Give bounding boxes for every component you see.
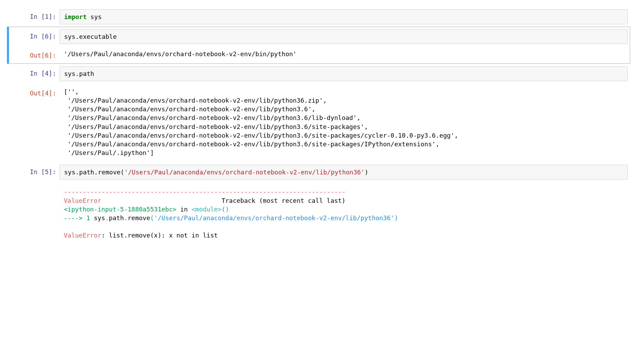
traceback-rule: ----------------------------------------… (64, 188, 346, 195)
traceback-dot: . (105, 214, 109, 222)
traceback-dot: . (124, 214, 128, 222)
in-prompt: In [6]: (11, 29, 60, 44)
traceback-module: <module> (191, 206, 221, 213)
traceback-src: path (109, 214, 124, 222)
code-text: ) (365, 168, 368, 176)
traceback-arrow: ----> 1 (64, 214, 94, 222)
exception-name: ValueError (64, 232, 101, 239)
in-prompt: In [1]: (11, 9, 60, 24)
traceback-paren: ( (150, 214, 154, 222)
code-text: sys (87, 13, 102, 20)
notebook: In [1]: import sys In [6]: sys.executabl… (0, 0, 644, 259)
code-text: sys.path.remove( (64, 168, 124, 176)
output-row: Out[6]: '/Users/Paul/anaconda/envs/orcha… (7, 46, 630, 63)
traceback-mid: in (176, 206, 191, 213)
traceback-src: sys (94, 214, 105, 222)
empty-prompt (11, 184, 60, 242)
in-prompt: In [4]: (11, 66, 60, 81)
out-prompt: Out[4]: (11, 86, 60, 160)
traceback: ----------------------------------------… (60, 184, 628, 242)
code-input[interactable]: sys.executable (60, 29, 628, 44)
output-row: Out[4]: ['', '/Users/Paul/anaconda/envs/… (7, 84, 630, 163)
output-text: ['', '/Users/Paul/anaconda/envs/orchard-… (60, 86, 628, 160)
traceback-tail: Traceback (most recent call last) (221, 197, 346, 204)
exception-name: ValueError (64, 197, 101, 204)
out-prompt: Out[6]: (11, 48, 60, 61)
code-cell-selected[interactable]: In [6]: sys.executable (7, 27, 630, 46)
code-string: '/Users/Paul/anaconda/envs/orchard-noteb… (124, 168, 365, 176)
traceback-parens: () (221, 206, 229, 213)
traceback-src: remove (128, 214, 150, 222)
in-prompt: In [5]: (11, 165, 60, 180)
traceback-file: <ipython-input-5-1880a5531ebc> (64, 206, 176, 213)
code-input[interactable]: sys.path.remove('/Users/Paul/anaconda/en… (60, 165, 628, 180)
code-input[interactable]: import sys (60, 9, 628, 24)
code-cell[interactable]: In [4]: sys.path (7, 64, 630, 84)
code-text: sys.path (64, 70, 94, 77)
output-text: '/Users/Paul/anaconda/envs/orchard-noteb… (60, 48, 628, 61)
traceback-arg: '/Users/Paul/anaconda/envs/orchard-noteb… (154, 214, 394, 222)
code-cell[interactable]: In [5]: sys.path.remove('/Users/Paul/ana… (7, 162, 630, 182)
code-keyword: import (64, 13, 87, 20)
exception-message: : list.remove(x): x not in list (101, 232, 218, 239)
traceback-paren: ) (394, 214, 398, 222)
traceback-output: ----------------------------------------… (7, 182, 630, 245)
code-input[interactable]: sys.path (60, 66, 628, 81)
code-text: sys.executable (64, 33, 117, 40)
code-cell[interactable]: In [1]: import sys (7, 7, 630, 27)
traceback-spacer (101, 197, 221, 204)
